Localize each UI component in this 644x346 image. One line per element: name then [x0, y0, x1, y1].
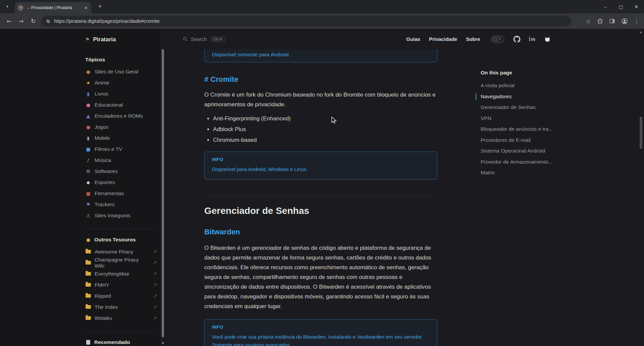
brand[interactable]: ⚑ Pirataria [85, 29, 160, 50]
tv-icon: ■ [85, 147, 91, 152]
outline-label: Gerenciador de Senhas [481, 104, 536, 110]
cromite-paragraph: O Cromite é um fork do Chromium baseado … [204, 90, 437, 109]
cromite-feature-list: Anti-Fingerprinting (Enhanced)Adblock Pl… [204, 113, 437, 146]
outline-item-bloqueador-de-anuncios-e-tra[interactable]: Bloqueador de anúncios e tra... [481, 124, 563, 135]
outline-label: Bloqueador de anúncios e tra... [481, 126, 553, 132]
sidebar-item-label: Softwares [95, 168, 118, 174]
bookmark-star-icon[interactable]: ☆ [586, 18, 591, 25]
cat-icon[interactable] [544, 36, 551, 43]
sidebar-item-ferramentas[interactable]: ■Ferramentas [85, 188, 157, 199]
profile-avatar-icon[interactable] [621, 18, 628, 24]
sidebar-item-esportes[interactable]: ◆Esportes [85, 177, 157, 188]
sidebar-item-anime[interactable]: ★Anime [85, 77, 157, 88]
nav-link-sobre[interactable]: Sobre [466, 36, 480, 42]
sidebar-item-ripped[interactable]: Ripped↗ [85, 290, 157, 301]
side-panel-icon[interactable] [609, 18, 615, 24]
outline-item-sistema-operacinal-android[interactable]: Sistema Operacinal Android [481, 146, 563, 157]
feature-item: Adblock Plus [213, 124, 437, 135]
sidebar-item-wotaku[interactable]: Wotaku↗ [85, 312, 157, 324]
outline-item-navegadores[interactable]: Navegadores [481, 91, 563, 102]
sidebar-item-filmes-e-tv[interactable]: ■Filmes e TV [85, 143, 157, 155]
url-text: https://pirataria.digital/pages/privacid… [54, 18, 160, 24]
sidebar-item-sites-de-uso-geral[interactable]: ●Sites de Uso Geral [85, 66, 157, 77]
sidebar-item-label: Trackers [95, 201, 115, 208]
sidebar-item-awesome-piracy[interactable]: Awesome Piracy↗ [85, 246, 157, 257]
outline-item-matrix[interactable]: Matrix [481, 167, 563, 178]
outline-label: Matrix [481, 170, 495, 176]
external-link-icon: ↗ [153, 271, 157, 276]
tab-search-icon[interactable]: ▾ [3, 3, 11, 10]
sidebar-item-emuladores-e-roms[interactable]: ▲Emuladores e ROMs [85, 110, 157, 121]
matrix-icon[interactable]: m [529, 37, 535, 41]
forward-icon[interactable]: → [15, 15, 27, 27]
sidebar-items: Awesome Piracy↗Champagne Piracy Wiki↗Eve… [85, 246, 157, 324]
site-settings-icon[interactable] [46, 19, 51, 24]
sidebar-item-livros[interactable]: ▮Livros [85, 88, 157, 99]
outline-item-gerenciador-de-senhas[interactable]: Gerenciador de Senhas [481, 102, 563, 113]
nav-link-guias[interactable]: Guias [406, 36, 420, 42]
theme-toggle[interactable]: ☾ [491, 36, 504, 43]
heading-bitwarden[interactable]: Bitwarden [204, 227, 437, 237]
outline-item-vpn[interactable]: VPN [481, 113, 563, 124]
sidebar-item-label: Música [95, 157, 111, 163]
phone-icon: ▮ [85, 135, 91, 141]
cookie-icon: ● [85, 69, 91, 74]
page-scroll-up-icon[interactable]: ▲ [639, 30, 643, 34]
window-close-button[interactable]: × [629, 0, 644, 13]
sidebar-scrollbar[interactable]: ▼ [161, 29, 164, 346]
page-viewport: ⚑ Pirataria Tópicos●Sites de Uso Geral★A… [0, 29, 644, 346]
sidebar-item-everythingmoe[interactable]: EverythingMoe↗ [85, 268, 157, 279]
sidebar-item-educacional[interactable]: ●Educacional [85, 99, 157, 110]
sidebar-scroll-down-icon[interactable]: ▼ [161, 342, 164, 345]
outline-item-a-visita-policial[interactable]: A visita policial [481, 80, 563, 91]
sidebar-item-champagne-piracy-wiki[interactable]: Champagne Piracy Wiki↗ [85, 257, 157, 268]
info-line: Disponível para Android, Windows e Linux… [212, 165, 430, 173]
window-maximize-button[interactable]: □ [613, 0, 629, 13]
menu-kebab-icon[interactable]: ⋮ [634, 18, 639, 24]
reload-icon[interactable]: ↻ [28, 15, 39, 27]
extensions-icon[interactable] [597, 18, 603, 24]
tab-close-icon[interactable]: × [84, 5, 88, 10]
back-icon[interactable]: ← [3, 15, 15, 27]
sidebar-item-musica[interactable]: ♪Música [85, 155, 157, 166]
folder-icon [86, 272, 91, 276]
bitwarden-paragraph: O Bitwarden é um gerenciador de senhas d… [204, 243, 437, 311]
window-minimize-button[interactable]: – [598, 0, 613, 13]
sidebar-item-mobile[interactable]: ▮Mobile [85, 132, 157, 143]
search-button[interactable]: Search Ctrl K [183, 36, 225, 42]
sidebar-item-label: EverythingMoe [95, 271, 129, 277]
sidebar-item-fmhy[interactable]: FMHY↗ [85, 279, 157, 290]
external-link-icon: ↗ [153, 282, 157, 287]
outline-item-provedor-de-armazenamento[interactable]: Provedor de Armazenamento... [481, 157, 563, 168]
external-link-icon: ↗ [153, 260, 157, 265]
sidebar-item-label: Esportes [95, 179, 115, 185]
info-box-cromite: INFO Disponível para Android, Windows e … [204, 152, 437, 180]
address-bar[interactable]: https://pirataria.digital/pages/privacid… [41, 16, 571, 26]
feature-item: Chromium-based [213, 135, 437, 146]
sidebar-section-topicos: Tópicos●Sites de Uso Geral★Anime▮Livros●… [85, 57, 157, 221]
info-label: INFO [212, 157, 430, 162]
sidebar-item-softwares[interactable]: ⚙Softwares [85, 166, 157, 177]
outline-label: Navegadores [481, 94, 512, 100]
page-scrollbar[interactable]: ▲ [639, 29, 643, 346]
game-console-icon: ▲ [85, 113, 91, 119]
info-line: Você pode criar sua própria instância do… [212, 333, 430, 341]
nav-link-privacidade[interactable]: Privacidade [429, 36, 457, 42]
page-scrollbar-thumb[interactable] [640, 117, 642, 149]
heading-gerenciador-de-senhas[interactable]: Gerenciador de Senhas [204, 205, 437, 217]
new-tab-button[interactable]: + [96, 3, 104, 11]
outline-item-provedores-de-e-mail[interactable]: Provedores de E-mail [481, 135, 563, 146]
sidebar-item-jogos[interactable]: ●Jogos [85, 121, 157, 132]
github-icon[interactable] [513, 36, 521, 43]
sidebar-item-label: Wotaku [95, 315, 112, 321]
window-controls: – □ × [598, 0, 644, 13]
sidebar-item-sites-inseguros[interactable]: ⚠Sites Inseguros [85, 210, 157, 221]
sidebar-item-label: Sites Inseguros [95, 213, 130, 219]
sidebar-item-the-index[interactable]: The Index↗ [85, 301, 157, 312]
heading-cromite[interactable]: # Cromite [204, 74, 437, 84]
folder-icon [86, 250, 91, 253]
browser-tab[interactable]: → Privacidade | Pirataria × [15, 2, 91, 13]
sidebar-item-trackers[interactable]: ⚑Trackers [85, 199, 157, 210]
sidebar-scrollbar-thumb[interactable] [162, 30, 164, 337]
document-icon [86, 340, 90, 345]
